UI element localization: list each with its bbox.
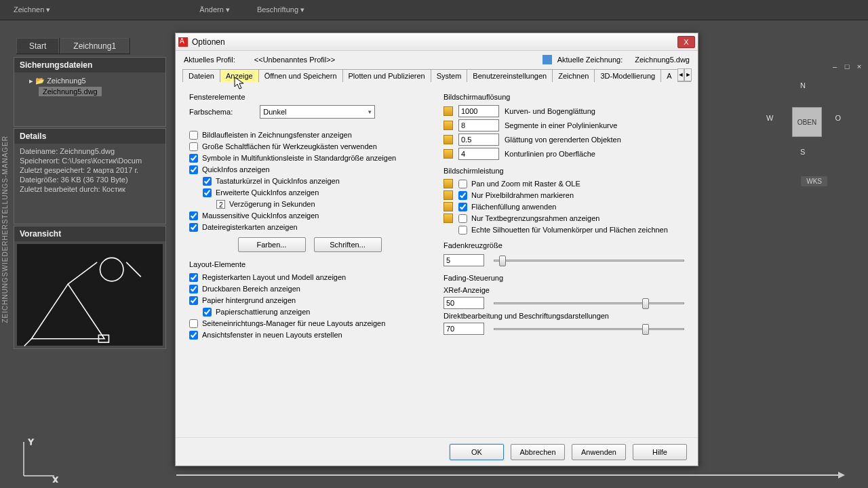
chk-scrollbars[interactable]: Bildlaufleisten in Zeichnungsfenster anz… [189,130,430,140]
drawing-icon [542,55,552,64]
panel-title-preview: Voransicht [14,226,165,241]
chk-page-setup[interactable]: Seiteneinrichtungs-Manager für neue Layo… [189,319,430,328]
left-column: Fensterelemente Farbschema: Dunkel Bildl… [189,90,430,426]
group-layout-elements: Layout-Elemente [189,260,430,268]
drawing-axis [176,474,841,476]
xref-label: XRef-Anzeige [443,286,684,294]
res-icon [443,121,453,130]
svg-text:X: X [53,476,58,483]
tab-system[interactable]: System [431,69,468,82]
chk-paper-shadow[interactable]: Papierschattierung anzeigen [203,307,430,317]
detail-size: Dateigröße: 36 KB (36 730 Byte) [20,175,160,184]
chk-shortcuts[interactable]: Tastaturkürzel in QuickInfos anzeigen [203,176,430,186]
chk-layout-tabs[interactable]: Registerkarten Layout und Modell anzeige… [189,272,430,282]
win-close-icon[interactable]: × [854,62,864,70]
detail-filename: Dateiname: Zeichnung5.dwg [20,146,160,156]
arc-smooth-input[interactable] [458,105,499,117]
ok-button[interactable]: OK [450,444,504,460]
arc-smooth-label: Kurven- und Bogenglättung [505,107,595,115]
panel-title-details: Details [14,129,165,144]
chk-quickinfo[interactable]: QuickInfos anzeigen [189,165,430,174]
fonts-button[interactable]: Schriften... [314,237,382,252]
colorscheme-label: Farbschema: [189,108,233,116]
cancel-button[interactable]: Abbrechen [511,444,565,460]
dialog-title: Optionen [192,37,677,47]
tabs-scroll-left[interactable]: ◄ [677,68,685,81]
crosshair-input[interactable] [443,254,484,266]
win-min-icon[interactable]: – [830,62,840,70]
app-icon [178,37,188,47]
group-window-elements: Fensterelemente [189,93,430,101]
perf-icon [443,202,453,211]
render-smooth-input[interactable] [458,134,499,146]
dialog-titlebar[interactable]: Optionen X [176,33,698,51]
options-dialog: Optionen X Aktuelles Profil: <<Unbenannt… [175,33,698,466]
delay-input[interactable] [216,200,225,209]
chk-text-boundary[interactable]: Nur Textbegrenzungsrahmen anzeigen [458,214,599,223]
chk-file-tabs[interactable]: Dateiregisterkarten anzeigen [189,222,430,232]
tab-plot[interactable]: Plotten und Publizieren [342,69,431,82]
svg-text:Y: Y [28,438,34,446]
edit-input[interactable] [443,323,484,335]
tab-anzeige[interactable]: Anzeige [220,69,259,82]
profile-row: Aktuelles Profil: <<Unbenanntes Profil>>… [176,51,698,68]
group-fading: Fading-Steuerung [443,274,684,282]
current-drawing-label: Aktuelle Zeichnung: [557,56,623,64]
profile-label: Aktuelles Profil: [184,56,235,64]
chk-mouse-quickinfo[interactable]: Maussensitive QuickInfos anzeigen [189,211,430,220]
chk-paper-bg[interactable]: Papier hintergrund anzeigen [189,296,430,305]
edit-slider[interactable] [494,322,684,336]
xref-slider[interactable] [494,296,684,310]
perf-icon [443,190,453,200]
chk-ribbon-icons[interactable]: Symbole in Multifunktionsleiste in Stand… [189,153,430,163]
group-crosshair: Fadenkreuzgröße [443,241,684,249]
colors-button[interactable]: Farben... [238,237,306,252]
ucs-icon: YX [14,435,61,483]
tab-drawing[interactable]: Zeichnung1 [60,38,129,54]
tab-3d[interactable]: 3D-Modellierung [594,69,661,82]
viewcube-w[interactable]: W [766,114,773,122]
crosshair-slider[interactable] [494,253,684,267]
tab-open-save[interactable]: Öffnen und Speichern [258,69,343,82]
chk-viewports[interactable]: Ansichtsfenster in neuen Layouts erstell… [189,330,430,340]
tab-more[interactable]: A [660,69,677,82]
chk-pixel-frames[interactable]: Nur Pixelbildrahmen markieren [458,190,574,200]
close-icon[interactable]: X [677,36,695,48]
viewcube-n[interactable]: N [800,81,806,89]
ribbon-group-draw[interactable]: Zeichnen [14,5,50,14]
chk-large-buttons[interactable]: Große Schaltflächen für Werkzeugkästen v… [189,142,430,151]
ribbon: Zeichnen Ändern Beschriftung [0,0,868,20]
options-tabs: Dateien Anzeige Öffnen und Speichern Plo… [182,68,691,82]
segments-input[interactable] [458,119,499,131]
wks-badge[interactable]: WKS [801,176,827,186]
tabs-scroll-right[interactable]: ► [684,68,692,81]
tab-start[interactable]: Start [16,38,59,54]
chk-fill[interactable]: Flächenfüllung anwenden [458,202,556,211]
detail-location: Speicherort: C:\Users\Костик\Docum [20,156,160,165]
chk-silhouettes[interactable]: Echte Silhouetten für Volumenkörper und … [458,225,668,235]
tab-draw[interactable]: Zeichnen [552,69,595,82]
chk-extended-quickinfo[interactable]: Erweiterte QuickInfos anzeigen [203,188,430,197]
view-cube[interactable]: OBEN N S W O [766,81,841,156]
apply-button[interactable]: Anwenden [572,444,626,460]
svg-point-0 [100,258,123,281]
viewcube-s[interactable]: S [800,148,805,156]
res-icon [443,106,453,116]
tree-file[interactable]: Zeichnung5.dwg [39,87,102,96]
win-max-icon[interactable]: □ [842,62,852,70]
viewcube-top[interactable]: OBEN [792,107,822,137]
chk-pan-zoom[interactable]: Pan und Zoom mit Raster & OLE [458,179,580,188]
recovery-panel: Sicherungsdateien ▸ 📂 Zeichnung5 Zeichnu… [14,57,166,350]
colorscheme-select[interactable]: Dunkel [260,105,375,119]
help-button[interactable]: Hilfe [633,444,687,460]
xref-input[interactable] [443,297,484,309]
tab-dateien[interactable]: Dateien [182,69,220,82]
ribbon-group-annotate[interactable]: Beschriftung [257,5,304,14]
ribbon-group-modify[interactable]: Ändern [199,5,230,14]
tree-root[interactable]: ▸ 📂 Zeichnung5 [20,75,160,87]
viewcube-o[interactable]: O [835,114,841,122]
contour-input[interactable] [458,148,499,160]
panel-title-backups: Sicherungsdateien [14,58,165,73]
chk-printable-area[interactable]: Druckbaren Bereich anzeigen [189,284,430,293]
tab-user[interactable]: Benutzereinstellungen [467,69,553,82]
